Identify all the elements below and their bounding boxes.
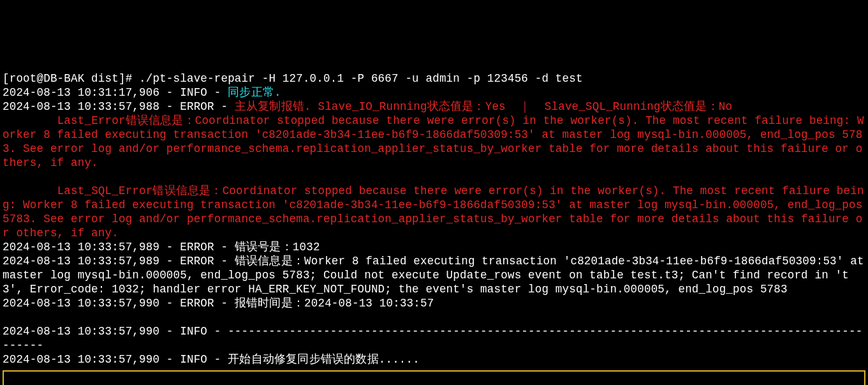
log-line: 2024-08-13 10:33:57,989 - ERROR - 错误信息是：… xyxy=(3,255,868,296)
log-info-msg: 同步正常. xyxy=(228,86,281,99)
log-line: 2024-08-13 10:33:57,990 - ERROR - 报错时间是：… xyxy=(3,297,434,310)
last-error-block: Last_Error错误信息是：Coordinator stopped beca… xyxy=(3,114,864,169)
log-error-msg: 主从复制报错. Slave_IO_Running状态值是：Yes ｜ Slave… xyxy=(235,100,732,113)
terminal-output: [root@DB-BAK dist]# ./pt-slave-repair -H… xyxy=(3,57,865,385)
log-line: 2024-08-13 10:33:57,990 - INFO - 开始自动修复同… xyxy=(3,353,420,366)
last-sql-error-block: Last_SQL_Error错误信息是：Coordinator stopped … xyxy=(3,185,868,239)
shell-command: ./pt-slave-repair -H 127.0.0.1 -P 6667 -… xyxy=(139,72,583,85)
highlight-box: 2024-08-13 10:33:58,005 - INFO - 修复数据的SQ… xyxy=(3,370,865,385)
log-line: 2024-08-13 10:33:57,989 - ERROR - 错误号是：1… xyxy=(3,241,320,253)
log-separator: 2024-08-13 10:33:57,990 - INFO - -------… xyxy=(3,325,862,352)
shell-prompt: [root@DB-BAK dist]# xyxy=(3,72,139,85)
log-timestamp: 2024-08-13 10:33:57,988 - ERROR - xyxy=(3,100,235,113)
log-timestamp: 2024-08-13 10:31:17,906 - INFO - xyxy=(3,86,228,99)
